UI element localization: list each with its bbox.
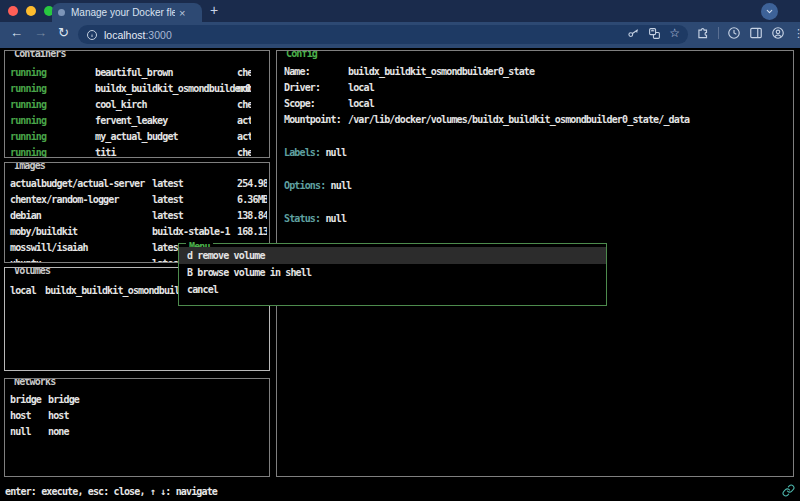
config-field: Labels: null (284, 145, 793, 161)
config-field: Scope:local (277, 96, 793, 112)
url-text: localhost:3000 (104, 29, 172, 41)
config-field: Driver:local (277, 80, 793, 96)
containers-panel-title: Containers (11, 50, 69, 59)
image-row[interactable]: chentex/random-loggerlatest6.36MB (5, 192, 269, 208)
network-row[interactable]: nullnone (5, 424, 269, 440)
container-row[interactable]: runningtitiche (5, 145, 269, 158)
container-row[interactable]: runningfervent_leakeyact (5, 113, 269, 129)
forward-button[interactable]: → (34, 25, 47, 40)
window-controls (8, 6, 54, 16)
network-row[interactable]: bridgebridge (5, 392, 269, 408)
browser-toolbar: ← → ↻ localhost:3000 ☆ ⋮ (0, 22, 800, 48)
keybinding-status-bar: enter: execute, esc: close, ↑ ↓: navigat… (5, 485, 217, 499)
images-panel-title: Images (11, 162, 48, 171)
url-port: :3000 (145, 29, 171, 41)
new-tab-button[interactable]: + (210, 2, 218, 18)
site-info-icon[interactable] (86, 29, 98, 41)
menu-item-cancel[interactable]: cancel (179, 281, 606, 298)
networks-panel[interactable]: Networks bridgebridge hosthost nullnone (4, 378, 270, 477)
config-panel-title: Config (283, 50, 320, 59)
side-panel-icon[interactable] (749, 26, 763, 40)
toolbar-divider (718, 27, 719, 39)
menu-item-browse-volume[interactable]: B browse volume in shell (179, 264, 606, 281)
tab-search-button[interactable] (761, 3, 778, 20)
translate-icon[interactable] (648, 27, 661, 40)
password-key-icon[interactable] (627, 27, 640, 40)
tab-favicon-icon (58, 9, 65, 16)
connection-link-icon (782, 484, 795, 497)
extensions-puzzle-icon[interactable] (696, 26, 710, 40)
volumes-panel-title: Volumes (11, 267, 53, 276)
config-field: Name:buildx_buildkit_osmondbuilder0_stat… (277, 64, 793, 80)
browser-window: Manage your Docker fleet wi × + ← → ↻ lo… (0, 0, 800, 501)
network-row[interactable]: hosthost (5, 408, 269, 424)
containers-panel[interactable]: Containers runningbeautiful_brownche run… (4, 50, 270, 158)
image-row[interactable]: actualbudget/actual-serverlatest254.98MB (5, 176, 269, 192)
networks-panel-title: Networks (11, 378, 58, 387)
image-row[interactable]: debianlatest138.84MB (5, 208, 269, 224)
history-clock-icon[interactable] (727, 26, 741, 40)
address-bar[interactable]: localhost:3000 ☆ (78, 25, 688, 44)
config-field: Mountpoint:/var/lib/docker/volumes/build… (277, 112, 793, 128)
minimize-window-button[interactable] (26, 6, 36, 16)
chevron-down-icon (765, 7, 774, 16)
bookmark-star-icon[interactable]: ☆ (669, 27, 680, 40)
back-button[interactable]: ← (10, 25, 23, 40)
config-field: Status: null (284, 211, 793, 227)
browser-menu-icon[interactable]: ⋮ (793, 26, 800, 40)
tab-strip: Manage your Docker fleet wi × + (0, 0, 800, 22)
container-row[interactable]: runningbuildx_buildkit_osmondbuilder0mob (5, 81, 269, 97)
reload-button[interactable]: ↻ (58, 25, 69, 40)
container-row[interactable]: runningbeautiful_brownche (5, 65, 269, 81)
tab-close-icon[interactable]: × (179, 7, 185, 19)
close-window-button[interactable] (8, 6, 18, 16)
browser-tab[interactable]: Manage your Docker fleet wi × (52, 3, 202, 22)
volume-action-menu: Menu d remove volume B browse volume in … (178, 243, 607, 306)
menu-item-remove-volume[interactable]: d remove volume (179, 247, 606, 264)
tab-title: Manage your Docker fleet wi (71, 7, 175, 18)
profile-avatar-icon[interactable] (771, 26, 785, 40)
config-field: Options: null (284, 178, 793, 194)
docker-tui-page: Containers runningbeautiful_brownche run… (0, 48, 800, 501)
image-row[interactable]: moby/buildkitbuildx-stable-1168.13MB (5, 224, 269, 240)
container-row[interactable]: runningcool_kirchche (5, 97, 269, 113)
container-row[interactable]: runningmy_actual_budgetact (5, 129, 269, 145)
url-host: localhost (104, 29, 145, 41)
